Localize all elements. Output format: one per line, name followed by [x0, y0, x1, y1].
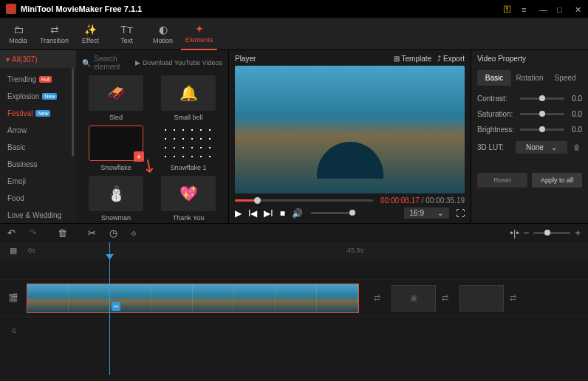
lut-label: 3D LUT: [477, 143, 516, 151]
props-tab-rotation[interactable]: Rotation [513, 70, 547, 86]
sled-icon: 🛷 [89, 75, 143, 111]
redo-icon[interactable]: ↷ [29, 227, 37, 238]
close-icon[interactable]: ✕ [575, 5, 582, 13]
crop-icon[interactable]: ⟐ [131, 227, 137, 238]
elements-icon: ✦ [195, 23, 204, 35]
video-preview[interactable] [235, 66, 465, 193]
hot-badge: Hot [39, 76, 52, 83]
snowflake-1-thumb [161, 126, 216, 161]
template-button[interactable]: ⊞Template [394, 55, 432, 63]
effect-icon: ✨ [84, 24, 97, 35]
transition-slot-icon[interactable]: ⇄ [504, 293, 522, 303]
cat-basic[interactable]: Basic [0, 139, 76, 156]
element-thank-you[interactable]: 💖Thank You [154, 176, 222, 222]
cat-food[interactable]: Food [0, 190, 76, 207]
layers-icon[interactable]: ▦ [0, 246, 27, 255]
timeline-ruler[interactable]: ▦ 0s 45.8s [0, 242, 588, 258]
upgrade-key-icon[interactable]: ⚿ [503, 4, 511, 13]
audio-track-icon[interactable]: ♫ [0, 326, 27, 334]
playhead[interactable] [109, 242, 110, 375]
fit-timeline-icon[interactable]: •|• [510, 227, 519, 238]
lut-delete-icon[interactable]: 🗑 [573, 143, 581, 151]
prev-frame-button[interactable]: I◀ [248, 208, 257, 219]
cat-festival[interactable]: FestivalNew [0, 105, 76, 122]
thank-you-icon: 💖 [161, 176, 216, 211]
tab-text[interactable]: TᴛText [109, 18, 145, 50]
bell-icon: 🔔 [161, 75, 216, 111]
brightness-slider[interactable] [520, 128, 564, 131]
tab-transition[interactable]: ⇄Transition [36, 18, 72, 50]
split-icon[interactable]: ✂ [88, 227, 96, 238]
stop-button[interactable]: ■ [280, 208, 285, 219]
youtube-icon: ▶ [135, 59, 140, 66]
export-icon: ⤴ [437, 55, 441, 63]
speed-icon[interactable]: ◷ [109, 227, 117, 238]
snowflake-thumb: + [89, 126, 143, 161]
delete-icon[interactable]: 🗑 [58, 227, 67, 238]
tab-effect[interactable]: ✨Effect [72, 18, 109, 50]
chevron-down-icon: ⌄ [437, 209, 443, 217]
volume-button[interactable]: 🔊 [292, 208, 303, 219]
volume-slider[interactable] [311, 212, 355, 214]
maximize-icon[interactable]: □ [557, 5, 564, 13]
minimize-icon[interactable]: — [539, 5, 547, 13]
tab-motion[interactable]: ◐Motion [145, 18, 181, 50]
new-badge: New [42, 93, 57, 100]
cat-love-wedding[interactable]: Love & Wedding [0, 207, 76, 223]
cat-arrow[interactable]: Arrow [0, 122, 76, 139]
category-all[interactable]: ▾All(307) [0, 50, 76, 68]
zoom-slider[interactable] [533, 232, 570, 234]
props-tab-basic[interactable]: Basic [477, 70, 511, 86]
tab-elements[interactable]: ✦Elements [181, 18, 217, 50]
lut-select[interactable]: None⌄ [516, 141, 567, 154]
saturation-slider[interactable] [520, 113, 564, 115]
search-input[interactable]: 🔍Search element [82, 55, 135, 71]
apply-all-button[interactable]: Apply to all [532, 173, 582, 188]
brightness-label: Brightness: [477, 126, 516, 134]
zoom-in-icon[interactable]: + [575, 227, 581, 238]
clip-fx-badge: ✂ [112, 302, 120, 311]
transition-slot-icon[interactable]: ⇄ [436, 293, 454, 303]
element-snowman[interactable]: ⛄Snowman [82, 176, 150, 222]
fullscreen-button[interactable]: ⛶ [456, 208, 465, 219]
app-logo [6, 4, 16, 14]
empty-clip-slot[interactable]: ▣ [392, 285, 436, 312]
saturation-value: 0.0 [569, 110, 582, 118]
element-small-bell[interactable]: 🔔Small bell [154, 75, 222, 121]
export-button[interactable]: ⤴Export [437, 55, 465, 63]
next-frame-button[interactable]: ▶I [264, 208, 273, 219]
media-icon: 🗀 [13, 24, 24, 35]
contrast-slider[interactable] [520, 97, 564, 100]
tab-media[interactable]: 🗀Media [0, 18, 36, 50]
contrast-label: Contrast: [477, 95, 516, 103]
cat-explosion[interactable]: ExplosionNew [0, 88, 76, 105]
caret-down-icon: ▾ [6, 55, 10, 64]
text-icon: Tᴛ [120, 24, 133, 35]
add-icon[interactable]: + [134, 151, 144, 162]
download-youtube-link[interactable]: ▶Download YouTube Videos [135, 59, 222, 66]
video-clip[interactable]: ✂ [27, 284, 359, 313]
cat-emoji[interactable]: Emoji [0, 173, 76, 190]
video-track-icon[interactable]: 🎬 [0, 293, 27, 303]
aspect-ratio-select[interactable]: 16:9⌄ [404, 207, 449, 219]
cat-business[interactable]: Business [0, 156, 76, 173]
seek-slider[interactable] [235, 199, 373, 202]
brightness-value: 0.0 [569, 126, 582, 134]
template-icon: ⊞ [394, 55, 400, 63]
element-snowflake-1[interactable]: Snowflake 1 [154, 126, 222, 171]
tool-tabs: 🗀Media ⇄Transition ✨Effect TᴛText ◐Motio… [0, 18, 588, 50]
transition-slot-icon[interactable]: ⇄ [368, 293, 386, 303]
cat-trending[interactable]: TrendingHot [0, 71, 76, 88]
expand-panel-icon[interactable]: › [461, 118, 464, 128]
motion-icon: ◐ [159, 24, 168, 35]
element-sled[interactable]: 🛷Sled [82, 75, 150, 121]
menu-icon[interactable]: ≡ [522, 5, 529, 13]
element-snowflake[interactable]: +Snowflake [82, 126, 150, 171]
zoom-out-icon[interactable]: − [524, 227, 530, 238]
undo-icon[interactable]: ↶ [7, 227, 16, 238]
play-button[interactable]: ▶ [235, 208, 242, 219]
reset-button[interactable]: Reset [477, 173, 527, 188]
props-tab-speed[interactable]: Speed [548, 70, 582, 86]
sidebar-scrollbar[interactable] [72, 68, 74, 157]
empty-clip-slot[interactable] [459, 285, 504, 312]
